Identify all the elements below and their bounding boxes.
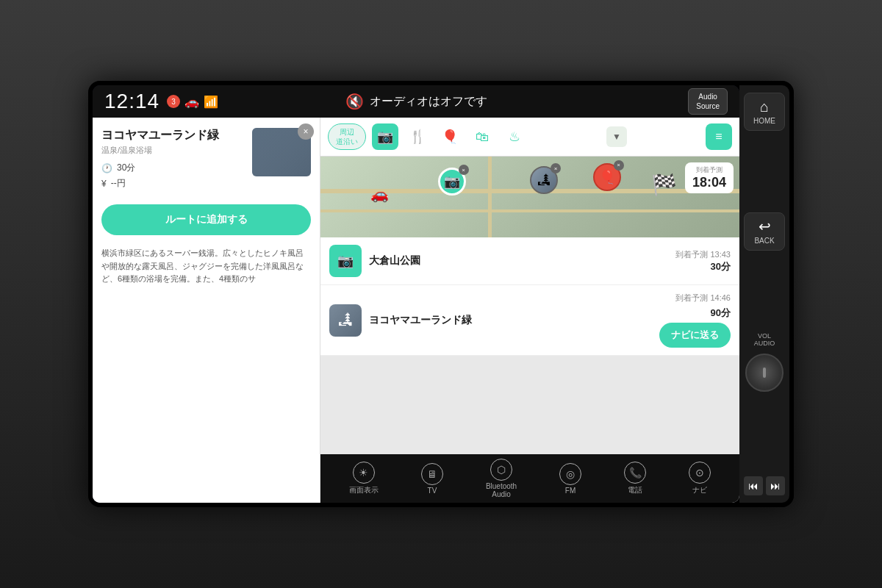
fm-icon: ◎	[559, 463, 581, 485]
audio-status: 🔇 オーディオはオフです	[345, 93, 487, 110]
category-entertainment[interactable]: 🎈	[437, 123, 463, 150]
vol-group: VOL AUDIO	[744, 332, 785, 395]
poi-duration: 30分	[117, 162, 135, 174]
home-button[interactable]: ⌂ HOME	[744, 93, 785, 131]
audio-source-button[interactable]: Audio Source	[688, 88, 728, 115]
media-controls: ⏮ ⏭	[744, 476, 785, 495]
arrival-time: 18:04	[692, 175, 726, 190]
next-track-button[interactable]: ⏭	[766, 476, 785, 495]
poi-price-row: ¥ --円	[101, 177, 246, 190]
nav-item-phone[interactable]: 📞 電話	[624, 462, 646, 495]
pin-close-camera[interactable]: ×	[459, 165, 469, 175]
bottom-nav: ☀ 画面表示 🖥 TV ⬡ Bluetooth Audio ◎	[320, 454, 739, 503]
nav-item-navi[interactable]: ⊙ ナビ	[689, 462, 711, 495]
status-icons: 3 🚗 📶	[167, 95, 218, 109]
category-shopping[interactable]: 🛍	[469, 123, 495, 150]
side-buttons: ⌂ HOME ↩ BACK VOL AUDIO ⏮ ⏭	[739, 85, 789, 503]
category-onsen[interactable]: ♨	[501, 123, 528, 150]
nav-label-navi: ナビ	[692, 485, 707, 495]
poi-description: 横浜市緑区にあるスーパー銭湯。広々としたヒノキ風呂や開放的な露天風呂、ジャグジー…	[93, 241, 320, 292]
car-icon-status: 🚗	[184, 95, 199, 109]
map-pin-red[interactable]: 🎈 ×	[593, 163, 621, 191]
nav-item-tv[interactable]: 🖥 TV	[421, 463, 443, 495]
car-position-icon: 🚗	[370, 185, 389, 203]
volume-knob[interactable]	[745, 354, 784, 392]
nav-label-fm: FM	[565, 487, 576, 495]
route-item-icon-2: 🏞	[329, 304, 362, 337]
home-label: HOME	[753, 117, 775, 125]
route-list: 📷 大倉山公園 到着予測 13:43 30分 🏞 ヨコヤマユーランド緑	[320, 237, 739, 454]
back-button[interactable]: ↩ BACK	[744, 212, 785, 251]
vol-label: VOL AUDIO	[754, 332, 775, 348]
poi-header: ヨコヤマユーランド緑 温泉/温泉浴場 🕐 30分 ¥ --円	[93, 118, 320, 198]
home-icon: ⌂	[760, 98, 769, 115]
add-to-route-button[interactable]: ルートに追加する	[101, 204, 311, 235]
map-area[interactable]: 🚗 📷 × 🏞 ×	[320, 157, 739, 237]
nav-label-bluetooth: Bluetooth Audio	[486, 482, 517, 498]
nav-item-display[interactable]: ☀ 画面表示	[349, 462, 379, 495]
close-button[interactable]: ×	[298, 123, 314, 140]
route-item-2[interactable]: 🏞 ヨコヤマユーランド緑 到着予測 14:46 90分 ナビに送る	[320, 285, 739, 356]
notification-badge: 3	[167, 95, 180, 108]
tv-icon: 🖥	[421, 463, 443, 485]
brightness-icon: ☀	[353, 462, 375, 484]
clock-icon: 🕐	[101, 163, 112, 173]
nav-item-fm[interactable]: ◎ FM	[559, 463, 581, 495]
screen-content: 12:14 3 🚗 📶 🔇 オーディオはオフです Audio Source ×	[93, 85, 739, 503]
category-food[interactable]: 🍴	[404, 123, 431, 150]
nearby-button[interactable]: 周辺 道沿い	[328, 123, 366, 150]
poi-duration-row: 🕐 30分	[101, 162, 246, 174]
bluetooth-icon: ⬡	[490, 459, 512, 481]
status-bar: 12:14 3 🚗 📶 🔇 オーディオはオフです Audio Source	[93, 85, 739, 118]
category-tabs: 周辺 道沿い 📷 🍴 🎈 🛍 ♨ ▼ ≡	[320, 118, 739, 157]
category-camera[interactable]: 📷	[372, 123, 398, 150]
screen-bezel: 12:14 3 🚗 📶 🔇 オーディオはオフです Audio Source ×	[88, 81, 794, 507]
map-pin-camera[interactable]: 📷 ×	[438, 168, 466, 196]
nav-label-tv: TV	[428, 487, 437, 495]
main-area: × ヨコヤマユーランド緑 温泉/温泉浴場 🕐	[93, 118, 739, 503]
prev-track-button[interactable]: ⏮	[744, 476, 763, 495]
navi-icon: ⊙	[689, 462, 711, 484]
speaker-icon: 🔇	[345, 93, 364, 110]
map-pin-photo[interactable]: 🏞 ×	[530, 166, 558, 194]
route-item-name-2: ヨコヤマユーランド緑	[369, 314, 652, 327]
left-panel: × ヨコヤマユーランド緑 温泉/温泉浴場 🕐	[93, 118, 320, 503]
arrival-info: 到着予測 18:04	[685, 162, 734, 193]
nav-label-phone: 電話	[628, 485, 642, 495]
route-item-name-1: 大倉山公園	[369, 254, 668, 268]
back-label: BACK	[754, 237, 774, 245]
yen-icon: ¥	[101, 179, 107, 189]
route-item-arrival-1: 到着予測 13:43 30分	[675, 249, 731, 273]
destination-flag: 🏁	[651, 173, 677, 197]
route-item-arrival-2: 到着予測 14:46 90分 ナビに送る	[659, 293, 731, 348]
map-road-horizontal2	[320, 209, 739, 212]
send-to-navi-button[interactable]: ナビに送る	[659, 323, 731, 348]
right-panel: 周辺 道沿い 📷 🍴 🎈 🛍 ♨ ▼ ≡	[320, 118, 739, 503]
nav-label-display: 画面表示	[349, 485, 379, 495]
menu-button[interactable]: ≡	[706, 123, 732, 150]
map-road-vertical	[488, 157, 492, 237]
pin-close-photo[interactable]: ×	[551, 163, 561, 173]
car-dashboard: 12:14 3 🚗 📶 🔇 オーディオはオフです Audio Source ×	[0, 0, 882, 588]
time-display: 12:14	[104, 90, 159, 113]
arrival-label: 到着予測	[692, 165, 726, 175]
nav-item-bluetooth[interactable]: ⬡ Bluetooth Audio	[486, 459, 517, 498]
route-item[interactable]: 📷 大倉山公園 到着予測 13:43 30分	[320, 237, 739, 285]
poi-price: --円	[111, 177, 126, 190]
audio-off-text: オーディオはオフです	[370, 94, 487, 110]
wifi-icon: 📶	[204, 95, 218, 109]
phone-icon: 📞	[624, 462, 646, 484]
pin-close-red[interactable]: ×	[614, 160, 624, 171]
expand-button[interactable]: ▼	[606, 126, 627, 147]
back-icon: ↩	[759, 218, 771, 235]
route-item-icon-1: 📷	[329, 245, 362, 277]
